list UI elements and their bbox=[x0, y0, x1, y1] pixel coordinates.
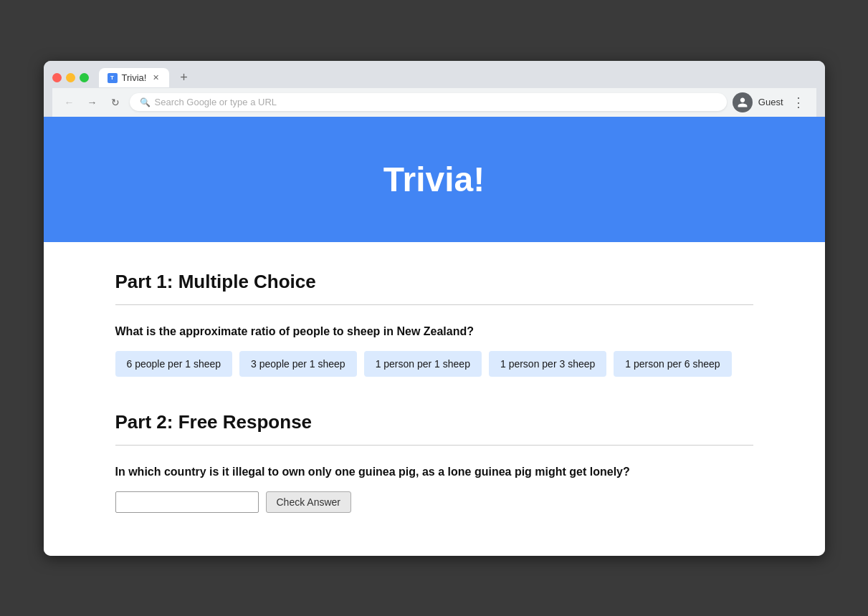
main-content: Part 1: Multiple Choice What is the appr… bbox=[44, 242, 825, 556]
tab-close-icon[interactable]: ✕ bbox=[151, 73, 161, 83]
reload-button[interactable]: ↻ bbox=[107, 94, 124, 111]
omnibox-text: Search Google or type a URL bbox=[155, 97, 277, 107]
check-answer-button[interactable]: Check Answer bbox=[266, 491, 351, 513]
new-tab-button[interactable]: + bbox=[173, 68, 194, 88]
titlebar: T Trivia! ✕ + ← → ↻ 🔍 Search Google or t… bbox=[44, 61, 825, 117]
forward-button[interactable]: → bbox=[84, 94, 101, 111]
choice-1[interactable]: 6 people per 1 sheep bbox=[115, 351, 233, 377]
part2-divider bbox=[115, 445, 753, 446]
hero-title: Trivia! bbox=[44, 160, 825, 199]
choice-3[interactable]: 1 person per 1 sheep bbox=[364, 351, 482, 377]
tab-favicon: T bbox=[108, 73, 118, 83]
profile-label: Guest bbox=[758, 97, 783, 107]
part1-title: Part 1: Multiple Choice bbox=[115, 271, 753, 293]
part2-title: Part 2: Free Response bbox=[115, 411, 753, 433]
part1-divider bbox=[115, 304, 753, 305]
choice-4[interactable]: 1 person per 3 sheep bbox=[489, 351, 606, 377]
tab-row: T Trivia! ✕ + bbox=[52, 68, 816, 88]
profile-icon[interactable] bbox=[733, 92, 753, 112]
tab-title: Trivia! bbox=[122, 72, 147, 83]
part2-section: Part 2: Free Response In which country i… bbox=[115, 411, 753, 513]
free-response-input[interactable] bbox=[115, 491, 259, 513]
part2-question: In which country is it illegal to own on… bbox=[115, 466, 753, 478]
browser-window: T Trivia! ✕ + ← → ↻ 🔍 Search Google or t… bbox=[44, 61, 825, 556]
choice-2[interactable]: 3 people per 1 sheep bbox=[239, 351, 357, 377]
menu-button[interactable]: ⋮ bbox=[789, 93, 808, 112]
part1-question: What is the approximate ratio of people … bbox=[115, 325, 753, 338]
traffic-lights bbox=[52, 73, 89, 82]
profile-area: Guest ⋮ bbox=[733, 92, 808, 112]
hero-section: Trivia! bbox=[44, 117, 825, 242]
choices-container: 6 people per 1 sheep 3 people per 1 shee… bbox=[115, 351, 753, 377]
input-row: Check Answer bbox=[115, 491, 753, 513]
omnibox[interactable]: 🔍 Search Google or type a URL bbox=[130, 93, 727, 111]
close-button[interactable] bbox=[52, 73, 62, 82]
browser-tab[interactable]: T Trivia! ✕ bbox=[99, 68, 170, 87]
search-icon: 🔍 bbox=[140, 97, 151, 107]
omnibar: ← → ↻ 🔍 Search Google or type a URL Gues… bbox=[52, 88, 816, 117]
maximize-button[interactable] bbox=[80, 73, 89, 82]
minimize-button[interactable] bbox=[66, 73, 75, 82]
choice-5[interactable]: 1 person per 6 sheep bbox=[614, 351, 731, 377]
back-button[interactable]: ← bbox=[61, 94, 78, 111]
page-content: Trivia! Part 1: Multiple Choice What is … bbox=[44, 117, 825, 556]
